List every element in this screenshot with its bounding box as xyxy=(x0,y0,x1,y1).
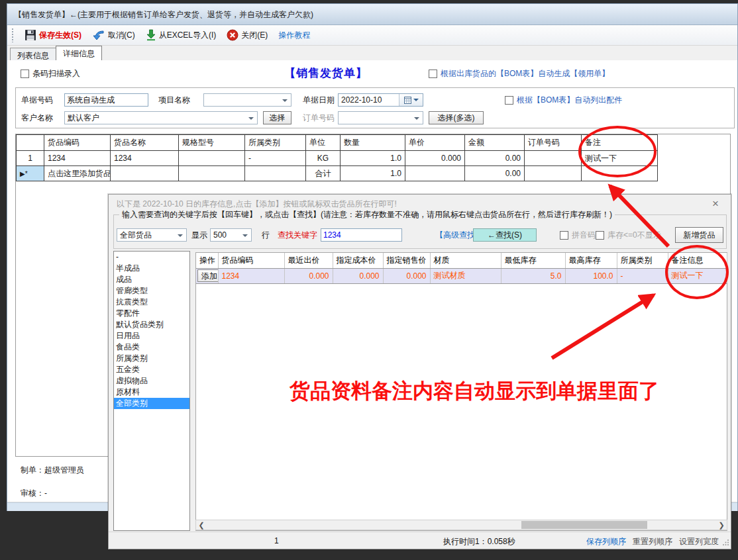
document-title: 【销售发货单】 xyxy=(284,66,368,81)
bom-list-checkbox[interactable]: 根据【BOM表】自动列出配件 xyxy=(505,95,622,106)
new-row[interactable]: ▶* 点击这里添加货品 合计 1.0 0.00 xyxy=(17,166,658,181)
customer-label: 客户名称 xyxy=(21,111,53,124)
row-limit-select[interactable]: 500 xyxy=(210,228,252,242)
execution-time: 执行时间1：0.058秒 xyxy=(443,536,515,547)
new-goods-button[interactable]: 新增货品 xyxy=(675,227,723,243)
tab-detail-info[interactable]: 详细信息 xyxy=(56,46,102,60)
keyword-label: 查找关键字 xyxy=(278,228,317,242)
dialog-status-bar: 1 执行时间1：0.058秒 保存列顺序 重置列顺序 设置列宽度 xyxy=(109,532,731,549)
list-item[interactable]: 管廊类型 xyxy=(114,285,189,297)
toolbar-drag-grip[interactable] xyxy=(11,28,14,42)
search-hint: 输入需要查询的关键字后按【回车键】，或点击【查找】(请注意：若库存数量不准确，请… xyxy=(119,209,615,220)
checkbox-icon[interactable] xyxy=(596,231,604,240)
order-header-form: 单据号码 项目名称 单据日期 2022-10-10 根据【BOM表】自动列出配件… xyxy=(15,87,735,128)
customer-select-button[interactable]: 选择 xyxy=(263,111,291,124)
scrollbar-thumb[interactable] xyxy=(521,521,647,529)
save-column-order-link[interactable]: 保存列顺序 xyxy=(586,536,626,547)
maker-label: 制单：超级管理员 xyxy=(21,465,84,476)
list-item[interactable]: 默认货品类别 xyxy=(114,319,189,330)
dialog-close-icon[interactable]: × xyxy=(708,197,723,210)
scroll-right-icon[interactable]: ❯ xyxy=(716,520,727,530)
tutorial-link[interactable]: 操作教程 xyxy=(276,28,313,42)
green-download-arrow-icon xyxy=(146,29,156,41)
search-groupbox: 输入需要查询的关键字后按【回车键】，或点击【查找】(请注意：若库存数量不准确，请… xyxy=(113,214,727,249)
window-title: 【销售发货单】←(主要用于根据销售订单给客户发货、退货等，并自动生成客户欠款) xyxy=(7,4,737,25)
floppy-disk-icon xyxy=(25,29,36,41)
inventory-header-row: 操作 货品编码 最近出价 指定成本价 指定销售价 材质 最低库存 最高库存 所属… xyxy=(196,253,727,268)
list-item[interactable]: 食品类 xyxy=(114,342,189,353)
inventory-table: 操作 货品编码 最近出价 指定成本价 指定销售价 材质 最低库存 最高库存 所属… xyxy=(196,253,727,284)
record-count: 1 xyxy=(274,536,279,545)
order-no-select[interactable] xyxy=(338,111,423,124)
cancel-button[interactable]: 取消(C) xyxy=(89,28,138,42)
auditor-label: 审核：- xyxy=(21,488,47,499)
scroll-left-icon[interactable]: ❮ xyxy=(196,520,207,530)
project-select[interactable] xyxy=(203,93,291,107)
keyword-input[interactable] xyxy=(321,228,402,242)
close-button[interactable]: 关闭(E) xyxy=(224,28,270,42)
category-listbox: - 半成品 成品 管廊类型 抗震类型 零配件 默认货品类别 日用品 食品类 所属… xyxy=(113,251,190,531)
multi-select-button[interactable]: 选择(多选) xyxy=(429,111,484,124)
resize-grip-icon[interactable] xyxy=(723,538,729,547)
list-item[interactable]: 成品 xyxy=(114,274,189,285)
cancel-button-label: 取消(C) xyxy=(108,30,135,41)
checkbox-icon[interactable] xyxy=(21,70,29,78)
doc-no-input[interactable] xyxy=(64,93,148,107)
show-label: 显示 xyxy=(191,228,207,242)
list-item[interactable]: 日用品 xyxy=(114,330,189,342)
list-item-selected[interactable]: 全部类别 xyxy=(114,398,189,409)
close-circle-icon xyxy=(227,29,238,41)
add-button[interactable]: 添加 xyxy=(197,269,218,282)
new-row-marker: ▶* xyxy=(17,166,44,181)
checkbox-icon[interactable] xyxy=(505,96,513,105)
pinyin-checkbox[interactable]: 拼音码 xyxy=(560,230,596,241)
chevron-down-icon xyxy=(248,117,254,122)
inventory-dialog: 以下是 2022-10-10 日的库存信息,点击【添加】按钮或鼠标双击货品所在行… xyxy=(108,194,731,549)
toolbar: 保存生效(S) 取消(C) 从EXCEL导入(I) 关闭(E) 操作教程 xyxy=(7,25,737,46)
stock-filter-checkbox[interactable]: 库存<=0不显示 xyxy=(596,230,661,241)
rows-unit-label: 行 xyxy=(262,228,270,242)
calendar-icon xyxy=(404,97,411,104)
total-amount: 0.00 xyxy=(465,166,525,181)
list-item[interactable]: 虚拟物品 xyxy=(114,375,189,387)
horizontal-scrollbar[interactable]: ❮ ❯ xyxy=(195,520,727,530)
customer-select[interactable]: 默认客户 xyxy=(64,111,258,124)
reset-column-order-link[interactable]: 重置列顺序 xyxy=(633,536,672,547)
project-label: 项目名称 xyxy=(158,93,190,107)
inventory-remark-cell: 测试一下 xyxy=(668,268,727,283)
total-label: 合计 xyxy=(306,166,341,181)
find-button[interactable]: ←查找(S) xyxy=(473,228,537,242)
list-item[interactable]: 所属类别 xyxy=(114,353,189,364)
tab-list-info[interactable]: 列表信息 xyxy=(10,48,56,60)
inventory-row[interactable]: 添加 1234 0.000 0.000 0.000 测试材质 5.0 100.0… xyxy=(196,268,727,283)
list-item[interactable]: 抗震类型 xyxy=(114,297,189,308)
list-item[interactable]: 五金类 xyxy=(114,364,189,375)
bom-list-label: 根据【BOM表】自动列出配件 xyxy=(517,95,622,106)
chevron-down-icon xyxy=(282,99,288,105)
barcode-scan-checkbox[interactable]: 条码扫描录入 xyxy=(21,68,80,79)
doc-no-label: 单据号码 xyxy=(21,93,53,107)
dialog-title: 以下是 2022-10-10 日的库存信息,点击【添加】按钮或鼠标双击货品所在行… xyxy=(117,199,397,210)
close-button-label: 关闭(E) xyxy=(241,30,268,41)
list-item[interactable]: 零配件 xyxy=(114,308,189,319)
list-item[interactable]: 原材料 xyxy=(114,387,189,398)
bom-generate-checkbox[interactable]: 根据出库货品的【BOM表】自动生成【领用单】 xyxy=(429,68,609,79)
excel-import-button[interactable]: 从EXCEL导入(I) xyxy=(143,28,219,42)
list-item[interactable]: - xyxy=(114,252,189,263)
order-items-table: 货品编码 货品名称 规格型号 所属类别 单位 数量 单价 金额 订单号码 备注 … xyxy=(16,134,658,181)
inventory-table-panel: 操作 货品编码 最近出价 指定成本价 指定销售价 材质 最低库存 最高库存 所属… xyxy=(195,252,727,531)
set-column-width-link[interactable]: 设置列宽度 xyxy=(679,536,719,547)
checkbox-icon[interactable] xyxy=(429,70,437,78)
checkbox-icon[interactable] xyxy=(560,231,568,240)
add-item-hint[interactable]: 点击这里添加货品 xyxy=(44,166,111,181)
list-item[interactable]: 半成品 xyxy=(114,263,189,274)
goods-category-select[interactable]: 全部货品 xyxy=(117,228,187,242)
chevron-down-icon xyxy=(242,234,248,240)
table-row[interactable]: 1 1234 1234 - KG 1.0 0.000 0.00 测试一下 xyxy=(17,151,658,166)
date-input[interactable]: 2022-10-10 xyxy=(338,93,423,107)
pinyin-label: 拼音码 xyxy=(572,230,596,241)
date-picker-button[interactable] xyxy=(399,94,423,106)
desktop-background: 【销售发货单】←(主要用于根据销售订单给客户发货、退货等，并自动生成客户欠款) … xyxy=(0,0,738,560)
save-button[interactable]: 保存生效(S) xyxy=(22,28,84,42)
chevron-down-icon xyxy=(178,234,183,240)
